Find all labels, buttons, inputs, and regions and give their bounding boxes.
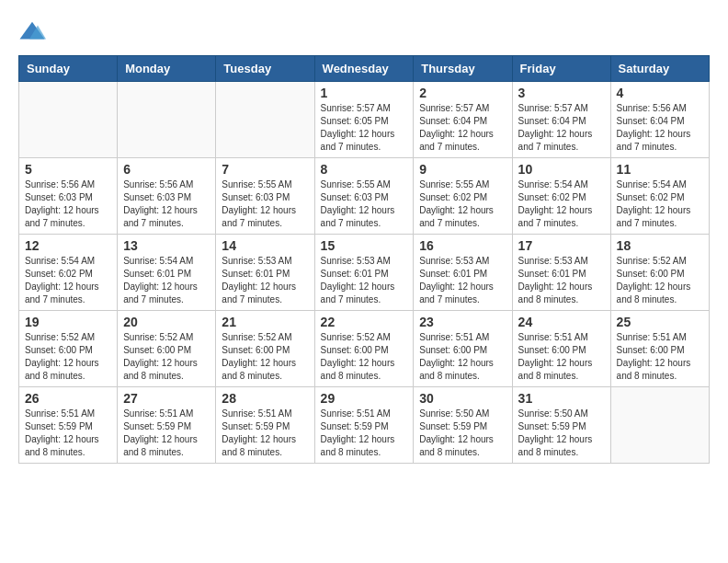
day-info: Sunrise: 5:56 AM Sunset: 6:03 PM Dayligh… [25, 178, 111, 230]
day-number: 22 [321, 315, 408, 329]
day-cell [19, 82, 118, 158]
day-number: 8 [321, 162, 408, 177]
day-number: 1 [321, 86, 408, 100]
day-info: Sunrise: 5:54 AM Sunset: 6:02 PM Dayligh… [617, 178, 703, 230]
day-number: 30 [419, 391, 506, 406]
day-cell: 7Sunrise: 5:55 AM Sunset: 6:03 PM Daylig… [216, 158, 314, 235]
day-cell: 31Sunrise: 5:50 AM Sunset: 5:59 PM Dayli… [512, 387, 610, 464]
day-number: 16 [419, 238, 506, 253]
day-number: 28 [222, 391, 308, 406]
day-cell [216, 82, 314, 158]
day-number: 11 [617, 162, 703, 177]
day-cell: 29Sunrise: 5:51 AM Sunset: 5:59 PM Dayli… [314, 387, 414, 464]
day-info: Sunrise: 5:54 AM Sunset: 6:02 PM Dayligh… [518, 178, 605, 230]
day-number: 4 [617, 86, 703, 100]
day-number: 10 [518, 162, 605, 177]
day-number: 9 [419, 162, 506, 177]
day-number: 25 [617, 315, 703, 329]
day-cell: 20Sunrise: 5:52 AM Sunset: 6:00 PM Dayli… [118, 311, 216, 387]
week-row-3: 12Sunrise: 5:54 AM Sunset: 6:02 PM Dayli… [19, 235, 710, 311]
day-info: Sunrise: 5:51 AM Sunset: 5:59 PM Dayligh… [123, 408, 210, 459]
day-number: 29 [321, 391, 408, 406]
day-info: Sunrise: 5:57 AM Sunset: 6:05 PM Dayligh… [321, 102, 408, 154]
day-info: Sunrise: 5:52 AM Sunset: 6:00 PM Dayligh… [617, 255, 703, 306]
day-number: 24 [518, 315, 605, 329]
week-row-1: 1Sunrise: 5:57 AM Sunset: 6:05 PM Daylig… [19, 82, 710, 158]
day-header-saturday: Saturday [610, 56, 709, 82]
day-cell [118, 82, 216, 158]
day-info: Sunrise: 5:57 AM Sunset: 6:04 PM Dayligh… [518, 102, 605, 154]
day-info: Sunrise: 5:57 AM Sunset: 6:04 PM Dayligh… [419, 102, 506, 154]
calendar-table: SundayMondayTuesdayWednesdayThursdayFrid… [18, 55, 710, 464]
logo-icon [18, 18, 46, 46]
day-info: Sunrise: 5:56 AM Sunset: 6:04 PM Dayligh… [617, 102, 703, 154]
day-info: Sunrise: 5:53 AM Sunset: 6:01 PM Dayligh… [419, 255, 506, 306]
day-number: 3 [518, 86, 605, 100]
day-cell [610, 387, 709, 464]
day-info: Sunrise: 5:53 AM Sunset: 6:01 PM Dayligh… [321, 255, 408, 306]
day-number: 27 [123, 391, 210, 406]
day-info: Sunrise: 5:52 AM Sunset: 6:00 PM Dayligh… [321, 331, 408, 383]
day-cell: 13Sunrise: 5:54 AM Sunset: 6:01 PM Dayli… [118, 235, 216, 311]
day-info: Sunrise: 5:52 AM Sunset: 6:00 PM Dayligh… [25, 331, 111, 383]
day-cell: 21Sunrise: 5:52 AM Sunset: 6:00 PM Dayli… [216, 311, 314, 387]
day-number: 21 [222, 315, 308, 329]
day-cell: 30Sunrise: 5:50 AM Sunset: 5:59 PM Dayli… [414, 387, 512, 464]
day-cell: 18Sunrise: 5:52 AM Sunset: 6:00 PM Dayli… [610, 235, 709, 311]
day-header-tuesday: Tuesday [216, 56, 314, 82]
day-number: 19 [25, 315, 111, 329]
day-cell: 3Sunrise: 5:57 AM Sunset: 6:04 PM Daylig… [512, 82, 610, 158]
day-number: 6 [123, 162, 210, 177]
day-number: 15 [321, 238, 408, 253]
day-info: Sunrise: 5:55 AM Sunset: 6:03 PM Dayligh… [222, 178, 308, 230]
day-number: 31 [518, 391, 605, 406]
day-headers: SundayMondayTuesdayWednesdayThursdayFrid… [19, 56, 710, 82]
day-info: Sunrise: 5:51 AM Sunset: 5:59 PM Dayligh… [25, 408, 111, 459]
day-cell: 19Sunrise: 5:52 AM Sunset: 6:00 PM Dayli… [19, 311, 118, 387]
day-cell: 16Sunrise: 5:53 AM Sunset: 6:01 PM Dayli… [414, 235, 512, 311]
day-header-monday: Monday [118, 56, 216, 82]
day-info: Sunrise: 5:54 AM Sunset: 6:01 PM Dayligh… [123, 255, 210, 306]
day-info: Sunrise: 5:51 AM Sunset: 5:59 PM Dayligh… [222, 408, 308, 459]
day-number: 23 [419, 315, 506, 329]
day-info: Sunrise: 5:52 AM Sunset: 6:00 PM Dayligh… [222, 331, 308, 383]
day-cell: 12Sunrise: 5:54 AM Sunset: 6:02 PM Dayli… [19, 235, 118, 311]
day-header-friday: Friday [512, 56, 610, 82]
day-cell: 14Sunrise: 5:53 AM Sunset: 6:01 PM Dayli… [216, 235, 314, 311]
header [18, 18, 710, 46]
day-number: 2 [419, 86, 506, 100]
day-cell: 24Sunrise: 5:51 AM Sunset: 6:00 PM Dayli… [512, 311, 610, 387]
week-row-4: 19Sunrise: 5:52 AM Sunset: 6:00 PM Dayli… [19, 311, 710, 387]
day-cell: 1Sunrise: 5:57 AM Sunset: 6:05 PM Daylig… [314, 82, 414, 158]
day-number: 26 [25, 391, 111, 406]
week-row-2: 5Sunrise: 5:56 AM Sunset: 6:03 PM Daylig… [19, 158, 710, 235]
day-info: Sunrise: 5:51 AM Sunset: 5:59 PM Dayligh… [321, 408, 408, 459]
day-cell: 25Sunrise: 5:51 AM Sunset: 6:00 PM Dayli… [610, 311, 709, 387]
day-cell: 8Sunrise: 5:55 AM Sunset: 6:03 PM Daylig… [314, 158, 414, 235]
day-cell: 23Sunrise: 5:51 AM Sunset: 6:00 PM Dayli… [414, 311, 512, 387]
day-number: 18 [617, 238, 703, 253]
day-cell: 28Sunrise: 5:51 AM Sunset: 5:59 PM Dayli… [216, 387, 314, 464]
day-info: Sunrise: 5:53 AM Sunset: 6:01 PM Dayligh… [222, 255, 308, 306]
day-cell: 26Sunrise: 5:51 AM Sunset: 5:59 PM Dayli… [19, 387, 118, 464]
day-cell: 27Sunrise: 5:51 AM Sunset: 5:59 PM Dayli… [118, 387, 216, 464]
day-cell: 17Sunrise: 5:53 AM Sunset: 6:01 PM Dayli… [512, 235, 610, 311]
day-cell: 5Sunrise: 5:56 AM Sunset: 6:03 PM Daylig… [19, 158, 118, 235]
day-cell: 4Sunrise: 5:56 AM Sunset: 6:04 PM Daylig… [610, 82, 709, 158]
day-cell: 15Sunrise: 5:53 AM Sunset: 6:01 PM Dayli… [314, 235, 414, 311]
day-info: Sunrise: 5:51 AM Sunset: 6:00 PM Dayligh… [518, 331, 605, 383]
day-info: Sunrise: 5:51 AM Sunset: 6:00 PM Dayligh… [419, 331, 506, 383]
day-cell: 22Sunrise: 5:52 AM Sunset: 6:00 PM Dayli… [314, 311, 414, 387]
day-number: 5 [25, 162, 111, 177]
day-info: Sunrise: 5:56 AM Sunset: 6:03 PM Dayligh… [123, 178, 210, 230]
day-number: 17 [518, 238, 605, 253]
day-number: 12 [25, 238, 111, 253]
day-header-sunday: Sunday [19, 56, 118, 82]
day-info: Sunrise: 5:54 AM Sunset: 6:02 PM Dayligh… [25, 255, 111, 306]
day-number: 7 [222, 162, 308, 177]
day-number: 14 [222, 238, 308, 253]
day-info: Sunrise: 5:53 AM Sunset: 6:01 PM Dayligh… [518, 255, 605, 306]
logo [18, 18, 50, 46]
day-info: Sunrise: 5:50 AM Sunset: 5:59 PM Dayligh… [518, 408, 605, 459]
day-header-thursday: Thursday [414, 56, 512, 82]
